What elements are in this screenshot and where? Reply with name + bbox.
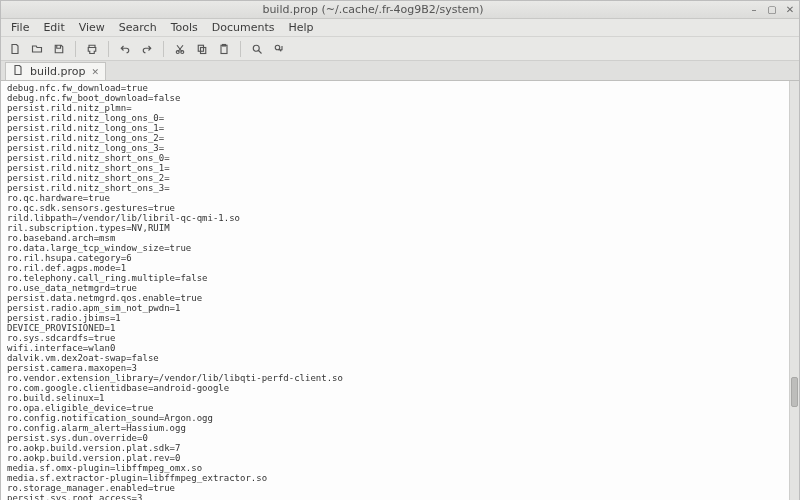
paste-icon[interactable]: [214, 39, 234, 59]
tab-label: build.prop: [30, 65, 86, 78]
menubar: File Edit View Search Tools Documents He…: [1, 19, 799, 37]
menu-file[interactable]: File: [5, 19, 35, 36]
minimize-button[interactable]: –: [747, 3, 761, 17]
menu-tools[interactable]: Tools: [165, 19, 204, 36]
toolbar-separator: [163, 41, 164, 57]
print-icon[interactable]: [82, 39, 102, 59]
tab-buildprop[interactable]: build.prop ✕: [5, 62, 106, 80]
toolbar-separator: [108, 41, 109, 57]
editor-area[interactable]: debug.nfc.fw_download=true debug.nfc.fw_…: [1, 81, 799, 500]
save-file-icon[interactable]: [49, 39, 69, 59]
titlebar[interactable]: build.prop (~/.cache/.fr-4og9B2/system) …: [1, 1, 799, 19]
menu-documents[interactable]: Documents: [206, 19, 281, 36]
undo-icon[interactable]: [115, 39, 135, 59]
find-icon[interactable]: [247, 39, 267, 59]
file-content[interactable]: debug.nfc.fw_download=true debug.nfc.fw_…: [1, 81, 799, 500]
scrollbar-thumb[interactable]: [791, 377, 798, 407]
close-tab-icon[interactable]: ✕: [92, 67, 100, 77]
toolbar-separator: [75, 41, 76, 57]
copy-icon[interactable]: [192, 39, 212, 59]
editor-window: build.prop (~/.cache/.fr-4og9B2/system) …: [0, 0, 800, 500]
svg-point-6: [253, 45, 259, 51]
menu-search[interactable]: Search: [113, 19, 163, 36]
tabstrip: build.prop ✕: [1, 61, 799, 81]
new-file-icon[interactable]: [5, 39, 25, 59]
close-window-button[interactable]: ✕: [783, 3, 797, 17]
menu-edit[interactable]: Edit: [37, 19, 70, 36]
maximize-button[interactable]: ▢: [765, 3, 779, 17]
open-file-icon[interactable]: [27, 39, 47, 59]
redo-icon[interactable]: [137, 39, 157, 59]
vertical-scrollbar[interactable]: [789, 81, 799, 500]
file-icon: [12, 64, 24, 79]
menu-view[interactable]: View: [73, 19, 111, 36]
find-replace-icon[interactable]: [269, 39, 289, 59]
window-title: build.prop (~/.cache/.fr-4og9B2/system): [1, 3, 745, 16]
toolbar: [1, 37, 799, 61]
menu-help[interactable]: Help: [282, 19, 319, 36]
cut-icon[interactable]: [170, 39, 190, 59]
toolbar-separator: [240, 41, 241, 57]
